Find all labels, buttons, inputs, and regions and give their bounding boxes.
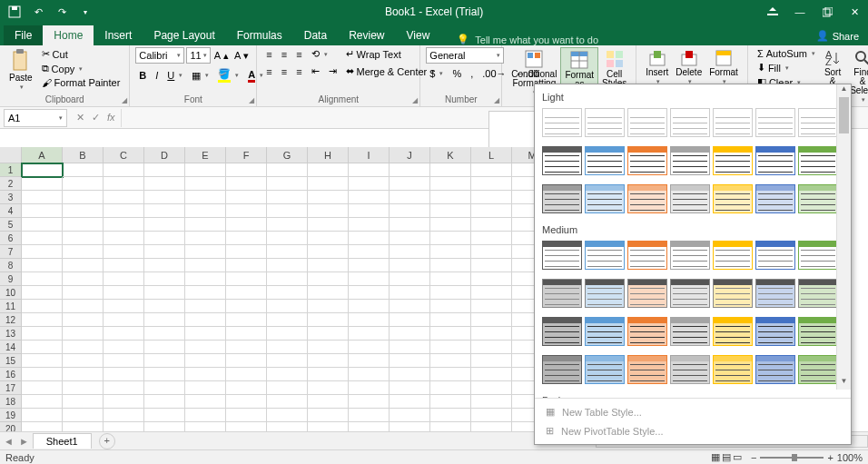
cell[interactable] xyxy=(104,368,144,381)
column-header[interactable]: F xyxy=(226,147,267,163)
cell[interactable] xyxy=(349,300,390,313)
cell[interactable] xyxy=(22,368,63,381)
cell[interactable] xyxy=(144,395,185,409)
cell[interactable] xyxy=(185,177,226,191)
table-style-swatch[interactable] xyxy=(542,146,582,175)
border-button[interactable]: ▦▾ xyxy=(188,69,212,83)
cell[interactable] xyxy=(63,313,104,327)
cell[interactable] xyxy=(308,313,349,327)
cell[interactable] xyxy=(22,245,63,259)
cell[interactable] xyxy=(471,177,512,191)
cell[interactable] xyxy=(430,177,471,191)
zoom-out-button[interactable]: − xyxy=(751,452,756,463)
tell-me-search[interactable]: 💡 Tell me what you want to do xyxy=(457,34,598,45)
cell[interactable] xyxy=(104,286,144,300)
cell[interactable] xyxy=(22,300,63,313)
cell[interactable] xyxy=(390,259,430,272)
cell[interactable] xyxy=(104,177,144,191)
align-left-button[interactable]: ≡ xyxy=(262,65,275,78)
cell[interactable] xyxy=(471,245,512,259)
format-painter-button[interactable]: 🖌Format Painter xyxy=(38,76,124,89)
cell[interactable] xyxy=(63,409,104,422)
cell[interactable] xyxy=(144,177,185,191)
gallery-scrollbar[interactable]: ▲ ▼ xyxy=(836,84,851,390)
cell[interactable] xyxy=(104,409,144,422)
cell[interactable] xyxy=(267,204,308,218)
table-style-swatch[interactable] xyxy=(585,146,625,175)
ribbon-options-button[interactable] xyxy=(759,0,786,24)
cell[interactable] xyxy=(390,341,430,354)
cell[interactable] xyxy=(308,354,349,368)
cell[interactable] xyxy=(471,395,512,409)
sheet-nav-next[interactable]: ► xyxy=(19,436,29,447)
cell[interactable] xyxy=(226,218,267,232)
cell[interactable] xyxy=(308,259,349,272)
cell[interactable] xyxy=(226,163,267,177)
cell[interactable] xyxy=(104,204,144,218)
table-style-swatch[interactable] xyxy=(798,108,838,137)
cell[interactable] xyxy=(144,313,185,327)
number-dialog-launcher[interactable]: ◢ xyxy=(494,96,499,104)
table-style-swatch[interactable] xyxy=(713,108,753,137)
cell[interactable] xyxy=(104,300,144,313)
cell[interactable] xyxy=(349,327,390,341)
name-box[interactable]: A1▾ xyxy=(4,109,67,127)
cell[interactable] xyxy=(22,232,63,245)
font-size-combo[interactable]: 11▾ xyxy=(186,47,210,64)
cell[interactable] xyxy=(390,163,430,177)
cell[interactable] xyxy=(63,300,104,313)
cell[interactable] xyxy=(349,286,390,300)
cell[interactable] xyxy=(104,272,144,286)
cell[interactable] xyxy=(104,232,144,245)
cell[interactable] xyxy=(185,218,226,232)
qat-customize[interactable]: ▾ xyxy=(74,2,96,22)
sheet-tab-sheet1[interactable]: Sheet1 xyxy=(33,433,92,449)
cell[interactable] xyxy=(308,327,349,341)
cell[interactable] xyxy=(185,191,226,204)
decrease-font-button[interactable]: A▾ xyxy=(232,50,251,62)
column-header[interactable]: J xyxy=(390,147,430,163)
cell[interactable] xyxy=(430,272,471,286)
cell[interactable] xyxy=(63,232,104,245)
table-style-swatch[interactable] xyxy=(670,355,710,384)
cell[interactable] xyxy=(349,204,390,218)
minimize-button[interactable]: — xyxy=(786,0,814,24)
cell[interactable] xyxy=(430,245,471,259)
cell[interactable] xyxy=(390,327,430,341)
table-style-swatch[interactable] xyxy=(755,317,795,346)
cell[interactable] xyxy=(144,409,185,422)
row-header[interactable]: 11 xyxy=(0,300,22,313)
restore-button[interactable] xyxy=(814,0,841,24)
cell[interactable] xyxy=(430,191,471,204)
cell[interactable] xyxy=(430,218,471,232)
cell[interactable] xyxy=(185,381,226,395)
cell[interactable] xyxy=(185,327,226,341)
cell[interactable] xyxy=(390,395,430,409)
cell[interactable] xyxy=(226,286,267,300)
cell[interactable] xyxy=(226,232,267,245)
cell[interactable] xyxy=(185,409,226,422)
cell[interactable] xyxy=(349,395,390,409)
cell[interactable] xyxy=(349,341,390,354)
cell[interactable] xyxy=(22,354,63,368)
fill-button[interactable]: ⬇Fill▾ xyxy=(754,61,819,74)
cell[interactable] xyxy=(471,259,512,272)
table-style-swatch[interactable] xyxy=(542,241,582,270)
cell[interactable] xyxy=(267,300,308,313)
font-name-combo[interactable]: Calibri▾ xyxy=(135,47,184,64)
cell[interactable] xyxy=(226,381,267,395)
cell[interactable] xyxy=(390,300,430,313)
table-style-swatch[interactable] xyxy=(585,279,625,308)
row-header[interactable]: 4 xyxy=(0,204,22,218)
percent-button[interactable]: % xyxy=(449,67,465,80)
new-table-style-button[interactable]: ▦New Table Style... xyxy=(535,402,851,421)
fill-color-button[interactable]: 🪣▾ xyxy=(214,67,242,84)
cell[interactable] xyxy=(308,191,349,204)
cell[interactable] xyxy=(104,163,144,177)
column-header[interactable]: A xyxy=(22,147,63,163)
cell[interactable] xyxy=(63,381,104,395)
paste-button[interactable]: Paste ▾ xyxy=(5,47,36,93)
cell[interactable] xyxy=(267,259,308,272)
cell[interactable] xyxy=(22,286,63,300)
cell[interactable] xyxy=(308,395,349,409)
